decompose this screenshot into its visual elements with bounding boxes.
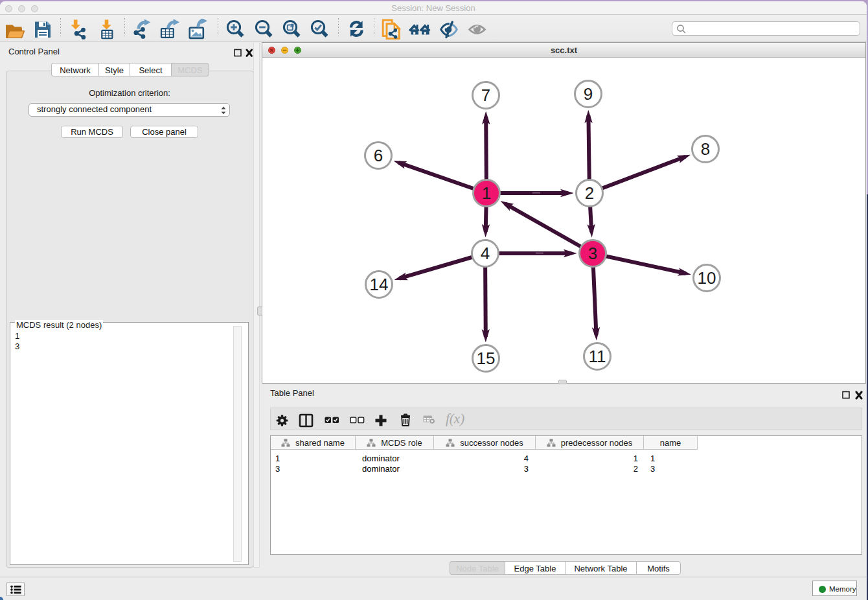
svg-text:15: 15 — [477, 349, 496, 368]
svg-text:1: 1 — [482, 183, 491, 203]
svg-text:6: 6 — [374, 146, 383, 165]
svg-text:3: 3 — [588, 244, 597, 263]
svg-text:9: 9 — [584, 84, 593, 104]
svg-text:4: 4 — [481, 244, 490, 263]
svg-text:8: 8 — [701, 139, 710, 159]
svg-text:2: 2 — [585, 183, 594, 203]
svg-text:11: 11 — [589, 347, 606, 366]
svg-text:10: 10 — [698, 268, 716, 288]
svg-text:7: 7 — [481, 86, 490, 105]
svg-text:14: 14 — [370, 275, 389, 294]
